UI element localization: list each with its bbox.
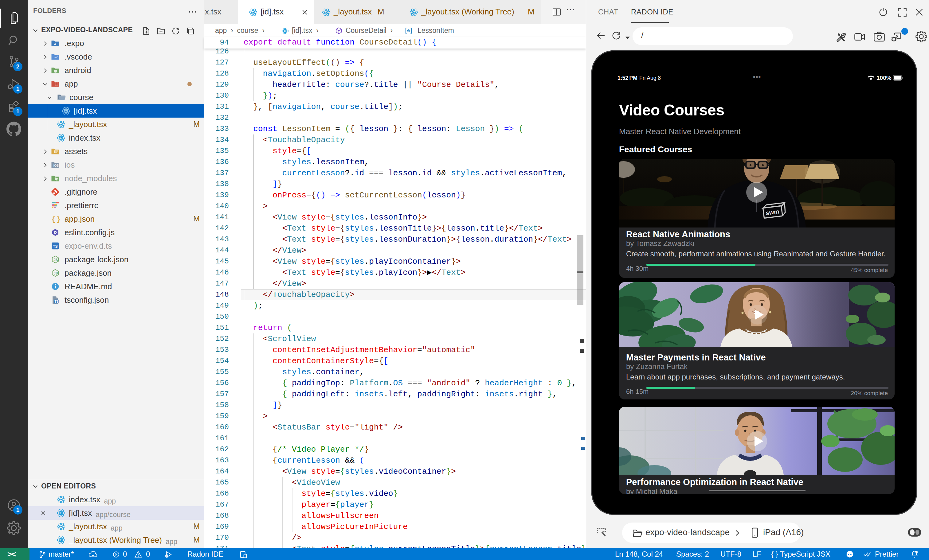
svg-text:JS: JS: [54, 271, 58, 275]
svg-text:JS: JS: [54, 258, 58, 262]
svg-text:iOS: iOS: [54, 164, 59, 167]
svg-text:TS: TS: [53, 244, 58, 249]
svg-text:{ }: { }: [52, 216, 60, 223]
svg-text:TS: TS: [55, 300, 59, 303]
